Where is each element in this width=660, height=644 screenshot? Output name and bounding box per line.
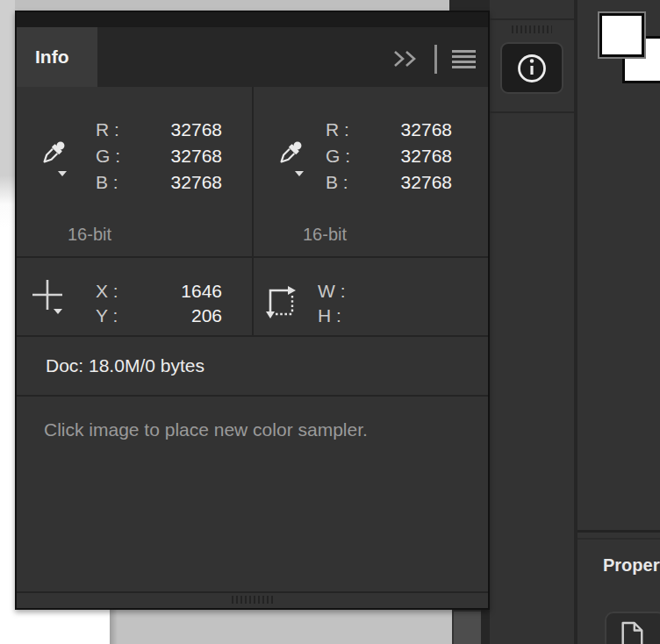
panel-drag-edge[interactable] bbox=[17, 12, 488, 27]
window-fragment-gray bbox=[454, 612, 481, 644]
document-properties-button[interactable] bbox=[605, 612, 660, 644]
cursor-units-button[interactable] bbox=[31, 275, 68, 316]
size-label: H : bbox=[318, 305, 356, 326]
channel-value: 32768 bbox=[364, 172, 452, 193]
width-height-icon bbox=[264, 283, 299, 319]
dock-divider bbox=[578, 538, 660, 540]
channel-label: B : bbox=[326, 172, 364, 193]
doc-status-section: Doc: 18.0M/0 bytes bbox=[17, 337, 488, 395]
eyedropper-icon bbox=[270, 138, 309, 180]
eyedropper-mode-button[interactable] bbox=[270, 138, 309, 180]
dock-grip-icon[interactable] bbox=[512, 25, 552, 33]
channel-value: 32768 bbox=[134, 172, 222, 193]
coord-value: 1646 bbox=[134, 281, 222, 302]
tab-info-label: Info bbox=[35, 47, 68, 68]
info-circle-icon bbox=[514, 51, 549, 86]
collapse-panel-button[interactable] bbox=[392, 49, 419, 68]
size-label: W : bbox=[318, 281, 356, 302]
eyedropper-mode-button[interactable] bbox=[33, 138, 72, 180]
channel-value: 32768 bbox=[134, 146, 222, 167]
doc-status-text: Doc: 18.0M/0 bytes bbox=[17, 355, 204, 376]
dock-divider bbox=[490, 18, 574, 20]
coord-value: 206 bbox=[134, 305, 222, 326]
channel-value: 32768 bbox=[364, 146, 452, 167]
hint-text: Click image to place new color sampler. bbox=[44, 419, 368, 440]
color-readout-secondary: R : 32768 G : 32768 B : 32768 16-bit bbox=[254, 87, 488, 256]
channel-label: R : bbox=[326, 119, 364, 140]
info-panel: Info bbox=[15, 11, 490, 610]
canvas-background-bottom-gray bbox=[110, 610, 452, 644]
channel-label: G : bbox=[96, 146, 134, 167]
eyedropper-icon bbox=[33, 138, 72, 180]
coord-label: X : bbox=[96, 281, 134, 302]
hint-section: Click image to place new color sampler. bbox=[17, 397, 488, 591]
color-readout-primary: R : 32768 G : 32768 B : 32768 16-bit bbox=[17, 87, 252, 256]
panel-menu-button[interactable] bbox=[452, 50, 476, 68]
document-page-icon bbox=[619, 621, 645, 644]
bit-depth-label: 16-bit bbox=[303, 225, 347, 245]
channel-value: 32768 bbox=[134, 119, 222, 140]
canvas-background-bottom-white bbox=[15, 610, 110, 644]
cursor-position-cell: X : 1646 Y : 206 bbox=[17, 258, 252, 335]
dock-edge-divider bbox=[574, 0, 578, 644]
channel-label: R : bbox=[96, 119, 134, 140]
channel-label: G : bbox=[326, 146, 364, 167]
panel-tab-bar: Info bbox=[17, 27, 488, 87]
double-chevron-right-icon bbox=[392, 49, 419, 68]
header-divider bbox=[434, 45, 437, 74]
tab-properties[interactable]: Properties bbox=[603, 555, 660, 576]
coord-label: Y : bbox=[96, 305, 134, 326]
foreground-color-swatch[interactable] bbox=[599, 13, 644, 57]
channel-label: B : bbox=[96, 172, 134, 193]
selection-size-cell: W : H : bbox=[254, 258, 488, 335]
dock-divider bbox=[490, 111, 574, 113]
window-fragment-dark bbox=[481, 610, 490, 644]
position-size-section: X : 1646 Y : 206 bbox=[17, 258, 488, 335]
channel-value: 32768 bbox=[364, 119, 452, 140]
canvas-background-left bbox=[0, 0, 15, 644]
crosshair-icon bbox=[31, 275, 68, 316]
color-readouts-section: R : 32768 G : 32768 B : 32768 16-bit bbox=[17, 87, 488, 256]
tab-info[interactable]: Info bbox=[17, 27, 97, 87]
panel-menu-icon bbox=[452, 50, 476, 68]
dock-divider bbox=[578, 530, 660, 533]
bit-depth-label: 16-bit bbox=[68, 225, 111, 245]
info-panel-dock-button[interactable] bbox=[500, 42, 563, 94]
panel-resize-bar[interactable] bbox=[17, 593, 488, 608]
resize-grip-icon bbox=[232, 596, 274, 604]
